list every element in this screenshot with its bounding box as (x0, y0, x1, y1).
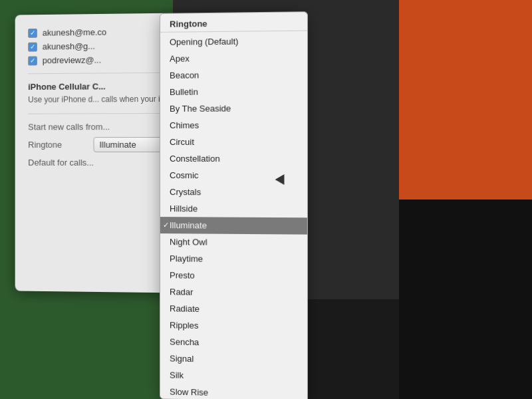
settings-panel: akunesh@me.co akunesh@g... podreviewz@..… (15, 11, 295, 294)
dropdown-item[interactable]: Radiate (160, 300, 307, 319)
dropdown-item[interactable]: Apex (160, 49, 307, 67)
dropdown-item[interactable]: Chimes (160, 116, 307, 134)
dropdown-item[interactable]: Beacon (160, 66, 307, 84)
checkbox-2[interactable] (28, 42, 37, 51)
dropdown-item[interactable]: Slow Rise (160, 383, 307, 399)
default-for-calls-label: Default for calls... (28, 158, 94, 168)
dropdown-item[interactable]: Constellation (160, 150, 307, 167)
dropdown-list: Opening (Default)ApexBeaconBulletinBy Th… (160, 33, 307, 399)
checkbox-3[interactable] (28, 56, 37, 65)
dropdown-item[interactable]: Sencha (160, 333, 307, 352)
dropdown-header: Ringtone (160, 13, 307, 33)
dropdown-item[interactable]: By The Seaside (160, 100, 307, 117)
dropdown-item[interactable]: Hillside (160, 200, 307, 217)
dropdown-item[interactable]: Cosmic (160, 167, 307, 184)
dropdown-item[interactable]: Presto (160, 267, 307, 285)
dropdown-item[interactable]: Bulletin (160, 83, 307, 100)
start-new-calls-label: Start new calls from... (28, 122, 110, 132)
ringtone-label: Ringtone (28, 140, 93, 150)
dropdown-item[interactable]: Radar (160, 283, 307, 302)
dropdown-item[interactable]: Night Owl (160, 233, 307, 251)
account-email-2: akunesh@g... (43, 41, 95, 52)
ringtone-dropdown-popup: Ringtone Opening (Default)ApexBeaconBull… (160, 11, 308, 399)
account-email-1: akunesh@me.co (43, 27, 106, 38)
dropdown-item[interactable]: Playtime (160, 250, 307, 268)
checkbox-1[interactable] (28, 28, 37, 37)
dropdown-item[interactable]: Circuit (160, 134, 307, 150)
dropdown-item[interactable]: Crystals (160, 184, 307, 201)
dropdown-item[interactable]: Illuminate (160, 217, 307, 235)
account-email-3: podreviewz@... (43, 55, 101, 66)
dropdown-item[interactable]: Ripples (160, 317, 307, 336)
dropdown-item[interactable]: Opening (Default) (160, 33, 307, 51)
background-dark-right (399, 200, 532, 399)
background-orange (399, 0, 532, 200)
